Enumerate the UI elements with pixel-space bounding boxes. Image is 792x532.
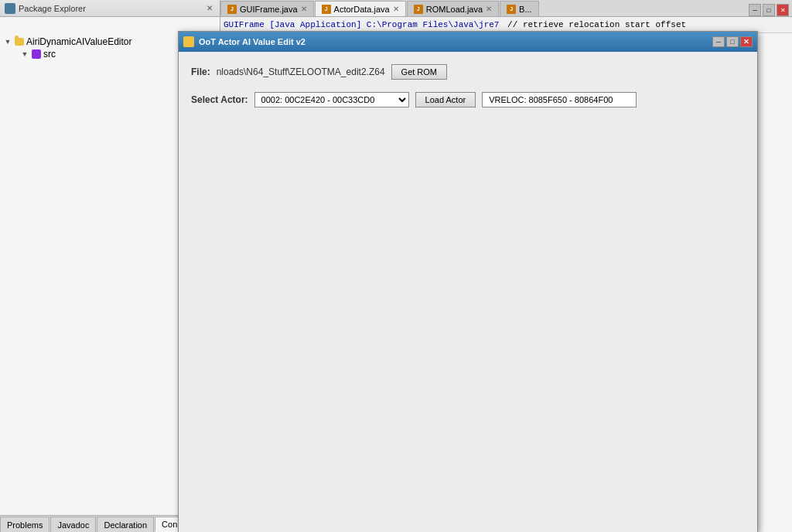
java-icon-actordata: J [322, 5, 331, 14]
dialog-minimize-btn[interactable]: ─ [712, 36, 725, 47]
tab-problems[interactable]: Problems [0, 517, 50, 532]
dialog-restore-btn[interactable]: □ [726, 36, 739, 47]
folder-icon [14, 36, 25, 47]
tab-declaration[interactable]: Declaration [97, 517, 154, 532]
package-explorer-icon [5, 3, 15, 14]
dialog-close-btn[interactable]: ✕ [740, 36, 753, 47]
tab-actordata-close[interactable]: ✕ [393, 5, 399, 13]
window-controls: ─ □ ✕ [746, 4, 792, 16]
get-rom-button[interactable]: Get ROM [391, 64, 447, 80]
restore-btn[interactable]: □ [763, 4, 775, 16]
ide-background: Package Explorer ✕ ▼ AiriDynamicAIValueE… [0, 0, 792, 532]
console-header-text: GUIFrame [Java Application] C:\Program F… [224, 20, 499, 29]
tab-problems-label: Problems [7, 520, 43, 530]
package-explorer-title: Package Explorer [19, 4, 86, 13]
java-icon-guiframe: J [227, 5, 237, 14]
tab-romload-label: ROMLoad.java [426, 5, 483, 14]
tab-romload-close[interactable]: ✕ [486, 5, 492, 13]
tab-guiframe[interactable]: J GUIFrame.java ✕ [220, 1, 314, 16]
tab-romload[interactable]: J ROMLoad.java ✕ [407, 1, 499, 16]
java-icon-romload: J [414, 5, 423, 14]
dialog-window: OoT Actor AI Value Edit v2 ─ □ ✕ File: n… [178, 31, 758, 532]
vreloc-display: VRELOC: 8085F650 - 80864F00 [482, 92, 637, 107]
minimize-btn[interactable]: ─ [749, 4, 761, 16]
dialog-title-text: OoT Actor AI Value Edit v2 [199, 37, 306, 46]
dialog-window-controls: ─ □ ✕ [712, 36, 753, 47]
load-actor-button[interactable]: Load Actor [415, 92, 476, 107]
tree-src-arrow: ▼ [20, 49, 29, 59]
tree-src-label: src [43, 49, 56, 60]
package-explorer-header: Package Explorer ✕ [0, 0, 220, 17]
select-actor-label: Select Actor: [191, 94, 248, 105]
actor-select-dropdown[interactable]: 0002: 00C2E420 - 00C33CD0 [254, 92, 409, 107]
tab-actordata-label: ActorData.java [334, 5, 390, 14]
file-value: nloads\N64_Stuff\ZELOOTMA_edit2.Z64 [217, 66, 385, 77]
package-explorer-close[interactable]: ✕ [204, 3, 215, 14]
tab-javadoc-label: Javadoc [57, 520, 89, 530]
java-icon-b: J [507, 5, 516, 14]
file-row: File: nloads\N64_Stuff\ZELOOTMA_edit2.Z6… [191, 64, 745, 80]
editor-tabs-bar: J GUIFrame.java ✕ J ActorData.java ✕ J R… [220, 0, 792, 17]
tab-b[interactable]: J B... [500, 1, 539, 16]
tab-guiframe-label: GUIFrame.java [240, 5, 298, 14]
close-editor-btn[interactable]: ✕ [777, 4, 789, 16]
dialog-titlebar: OoT Actor AI Value Edit v2 ─ □ ✕ [179, 32, 757, 52]
dialog-title-icon [183, 36, 194, 47]
tab-javadoc[interactable]: Javadoc [50, 517, 96, 532]
tab-guiframe-close[interactable]: ✕ [301, 5, 307, 13]
actor-row: Select Actor: 0002: 00C2E420 - 00C33CD0 … [191, 92, 745, 107]
console-retrieve-text: // retrieve relocation start offset [507, 20, 686, 29]
file-label: File: [191, 66, 210, 77]
tab-declaration-label: Declaration [104, 520, 147, 530]
tree-expand-arrow: ▼ [3, 37, 12, 46]
dialog-body: File: nloads\N64_Stuff\ZELOOTMA_edit2.Z6… [179, 52, 757, 120]
tab-actordata[interactable]: J ActorData.java ✕ [315, 1, 406, 16]
src-folder-icon [31, 49, 42, 60]
tab-b-label: B... [519, 5, 532, 14]
tree-root-label: AiriDynamicAIValueEditor [26, 36, 132, 47]
